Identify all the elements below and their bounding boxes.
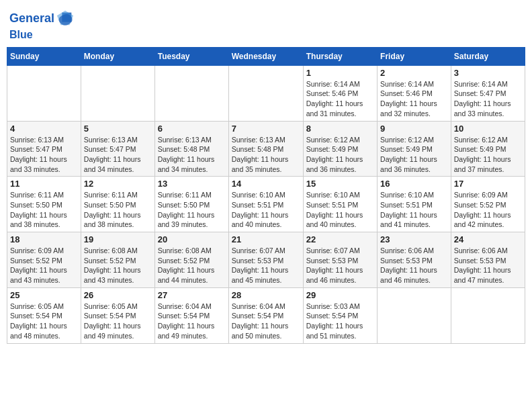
day-info: Sunrise: 6:09 AM Sunset: 5:52 PM Dayligh…: [10, 246, 78, 285]
logo-text: General: [9, 12, 54, 26]
day-header-wednesday: Wednesday: [228, 47, 303, 65]
calendar-cell: 4Sunrise: 6:13 AM Sunset: 5:47 PM Daylig…: [7, 121, 81, 177]
day-info: Sunrise: 6:05 AM Sunset: 5:54 PM Dayligh…: [84, 302, 152, 341]
calendar-cell: 23Sunrise: 6:06 AM Sunset: 5:53 PM Dayli…: [378, 232, 451, 288]
day-number: 15: [306, 179, 374, 189]
day-header-monday: Monday: [81, 47, 154, 65]
day-number: 7: [232, 124, 300, 134]
day-info: Sunrise: 6:13 AM Sunset: 5:48 PM Dayligh…: [158, 135, 226, 175]
calendar-cell: 26Sunrise: 6:05 AM Sunset: 5:54 PM Dayli…: [81, 287, 154, 343]
day-number: 1: [306, 68, 374, 78]
calendar-cell: 13Sunrise: 6:11 AM Sunset: 5:50 PM Dayli…: [154, 177, 228, 232]
calendar-cell: 17Sunrise: 6:09 AM Sunset: 5:52 PM Dayli…: [451, 177, 525, 232]
calendar-cell: 9Sunrise: 6:12 AM Sunset: 5:49 PM Daylig…: [378, 121, 451, 177]
day-info: Sunrise: 6:13 AM Sunset: 5:47 PM Dayligh…: [10, 135, 78, 175]
calendar-cell: 1Sunrise: 6:14 AM Sunset: 5:46 PM Daylig…: [303, 65, 377, 121]
calendar-cell: 28Sunrise: 6:04 AM Sunset: 5:54 PM Dayli…: [228, 287, 303, 343]
calendar-cell: 21Sunrise: 6:07 AM Sunset: 5:53 PM Dayli…: [228, 232, 303, 288]
day-info: Sunrise: 6:13 AM Sunset: 5:48 PM Dayligh…: [232, 135, 300, 175]
day-number: 22: [306, 234, 374, 244]
calendar-week-3: 11Sunrise: 6:11 AM Sunset: 5:50 PM Dayli…: [7, 177, 525, 232]
calendar-cell: 20Sunrise: 6:08 AM Sunset: 5:52 PM Dayli…: [154, 232, 228, 288]
day-number: 17: [454, 179, 522, 189]
day-info: Sunrise: 6:08 AM Sunset: 5:52 PM Dayligh…: [158, 246, 226, 285]
day-info: Sunrise: 6:11 AM Sunset: 5:50 PM Dayligh…: [10, 190, 78, 230]
calendar-body: 1Sunrise: 6:14 AM Sunset: 5:46 PM Daylig…: [7, 65, 525, 343]
day-header-saturday: Saturday: [451, 47, 525, 65]
calendar-cell: 11Sunrise: 6:11 AM Sunset: 5:50 PM Dayli…: [7, 177, 81, 232]
day-number: 10: [454, 124, 522, 134]
day-info: Sunrise: 6:14 AM Sunset: 5:47 PM Dayligh…: [454, 79, 522, 119]
day-info: Sunrise: 6:08 AM Sunset: 5:52 PM Dayligh…: [84, 246, 152, 285]
calendar-week-4: 18Sunrise: 6:09 AM Sunset: 5:52 PM Dayli…: [7, 232, 525, 288]
day-info: Sunrise: 6:07 AM Sunset: 5:53 PM Dayligh…: [306, 246, 374, 285]
day-header-tuesday: Tuesday: [154, 47, 228, 65]
day-number: 8: [306, 124, 374, 134]
day-info: Sunrise: 6:05 AM Sunset: 5:54 PM Dayligh…: [10, 302, 78, 341]
day-number: 2: [380, 68, 448, 78]
day-number: 18: [10, 234, 78, 244]
calendar-cell: 15Sunrise: 6:10 AM Sunset: 5:51 PM Dayli…: [303, 177, 377, 232]
day-number: 9: [380, 124, 448, 134]
logo-blue-text: Blue: [9, 28, 75, 42]
calendar-week-5: 25Sunrise: 6:05 AM Sunset: 5:54 PM Dayli…: [7, 287, 525, 343]
page-header: General Blue: [7, 7, 525, 42]
calendar-cell: [154, 65, 228, 121]
day-number: 26: [84, 290, 152, 300]
calendar-cell: 3Sunrise: 6:14 AM Sunset: 5:47 PM Daylig…: [451, 65, 525, 121]
calendar-cell: 25Sunrise: 6:05 AM Sunset: 5:54 PM Dayli…: [7, 287, 81, 343]
day-number: 16: [380, 179, 448, 189]
day-number: 13: [158, 179, 226, 189]
calendar-cell: 10Sunrise: 6:12 AM Sunset: 5:49 PM Dayli…: [451, 121, 525, 177]
day-number: 29: [306, 290, 374, 300]
calendar-cell: [378, 287, 451, 343]
calendar-cell: 7Sunrise: 6:13 AM Sunset: 5:48 PM Daylig…: [228, 121, 303, 177]
day-info: Sunrise: 6:14 AM Sunset: 5:46 PM Dayligh…: [380, 79, 448, 119]
calendar-cell: [228, 65, 303, 121]
calendar-cell: 16Sunrise: 6:10 AM Sunset: 5:51 PM Dayli…: [378, 177, 451, 232]
day-info: Sunrise: 6:04 AM Sunset: 5:54 PM Dayligh…: [158, 302, 226, 341]
day-info: Sunrise: 6:11 AM Sunset: 5:50 PM Dayligh…: [158, 190, 226, 230]
calendar-cell: 2Sunrise: 6:14 AM Sunset: 5:46 PM Daylig…: [378, 65, 451, 121]
day-info: Sunrise: 6:09 AM Sunset: 5:52 PM Dayligh…: [454, 190, 522, 230]
day-number: 25: [10, 290, 78, 300]
day-info: Sunrise: 6:12 AM Sunset: 5:49 PM Dayligh…: [380, 135, 448, 175]
calendar-cell: [7, 65, 81, 121]
day-info: Sunrise: 6:06 AM Sunset: 5:53 PM Dayligh…: [380, 246, 448, 285]
logo: General Blue: [9, 9, 75, 42]
day-number: 23: [380, 234, 448, 244]
day-header-friday: Friday: [378, 47, 451, 65]
day-info: Sunrise: 6:11 AM Sunset: 5:50 PM Dayligh…: [84, 190, 152, 230]
day-number: 3: [454, 68, 522, 78]
day-info: Sunrise: 6:14 AM Sunset: 5:46 PM Dayligh…: [306, 79, 374, 119]
calendar-cell: 24Sunrise: 6:06 AM Sunset: 5:53 PM Dayli…: [451, 232, 525, 288]
calendar-cell: 8Sunrise: 6:12 AM Sunset: 5:49 PM Daylig…: [303, 121, 377, 177]
calendar-cell: 19Sunrise: 6:08 AM Sunset: 5:52 PM Dayli…: [81, 232, 154, 288]
calendar-cell: 27Sunrise: 6:04 AM Sunset: 5:54 PM Dayli…: [154, 287, 228, 343]
calendar-cell: [81, 65, 154, 121]
day-info: Sunrise: 6:10 AM Sunset: 5:51 PM Dayligh…: [232, 190, 300, 230]
calendar-week-1: 1Sunrise: 6:14 AM Sunset: 5:46 PM Daylig…: [7, 65, 525, 121]
calendar-cell: [451, 287, 525, 343]
calendar-cell: 22Sunrise: 6:07 AM Sunset: 5:53 PM Dayli…: [303, 232, 377, 288]
calendar-cell: 12Sunrise: 6:11 AM Sunset: 5:50 PM Dayli…: [81, 177, 154, 232]
calendar-cell: 14Sunrise: 6:10 AM Sunset: 5:51 PM Dayli…: [228, 177, 303, 232]
calendar-header: SundayMondayTuesdayWednesdayThursdayFrid…: [7, 47, 525, 65]
day-info: Sunrise: 6:10 AM Sunset: 5:51 PM Dayligh…: [380, 190, 448, 230]
day-number: 27: [158, 290, 226, 300]
day-header-thursday: Thursday: [303, 47, 377, 65]
day-info: Sunrise: 6:12 AM Sunset: 5:49 PM Dayligh…: [306, 135, 374, 175]
day-number: 14: [232, 179, 300, 189]
calendar-cell: 6Sunrise: 6:13 AM Sunset: 5:48 PM Daylig…: [154, 121, 228, 177]
day-number: 6: [158, 124, 226, 134]
day-number: 21: [232, 234, 300, 244]
day-number: 28: [232, 290, 300, 300]
day-number: 11: [10, 179, 78, 189]
day-info: Sunrise: 5:03 AM Sunset: 5:54 PM Dayligh…: [306, 302, 374, 341]
day-number: 5: [84, 124, 152, 134]
day-number: 4: [10, 124, 78, 134]
calendar-cell: 5Sunrise: 6:13 AM Sunset: 5:47 PM Daylig…: [81, 121, 154, 177]
day-number: 19: [84, 234, 152, 244]
day-header-sunday: Sunday: [7, 47, 81, 65]
calendar-cell: 29Sunrise: 5:03 AM Sunset: 5:54 PM Dayli…: [303, 287, 377, 343]
